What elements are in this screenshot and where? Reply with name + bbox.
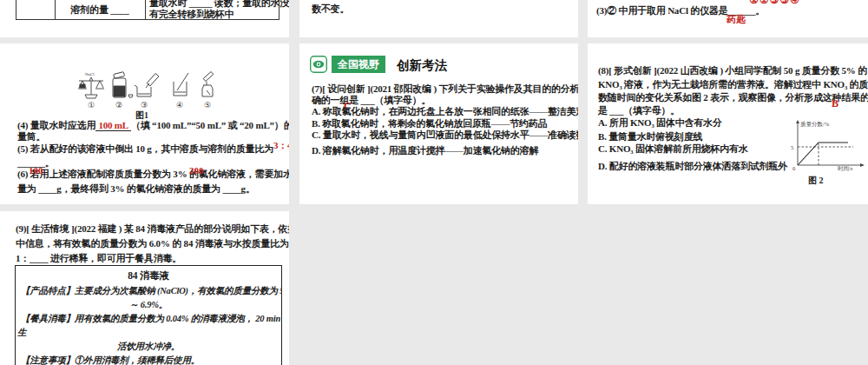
answer-100ml: 100 mL — [95, 120, 131, 131]
question-4-options: （填 “100 mL”“50 mL” 或 “20 mL”）的 — [131, 120, 289, 130]
question-8-line2: KNO₃ 溶液，作为无土栽培所需的营养液。溶解过程中 KNO₃ 的质量分 — [598, 79, 868, 90]
figure-1-equipment: NaCl — [76, 70, 224, 103]
question-9-line2-text: 中信息，将有效氯的质量分数为 6.0% 的 84 消毒液与水按质量比为 — [16, 238, 289, 249]
question-8-line1: (8)[ 形式创新 ](2022 山西改编 ) 小组同学配制 50 g 质量分数… — [598, 65, 867, 76]
card-question-7: 全国视野 创新考法 (7)[ 设问创新 ](2021 邵阳改编 ) 下列关于实验… — [299, 43, 578, 204]
table-border-v3 — [145, 0, 146, 19]
eye-icon — [310, 56, 327, 73]
national-vision-badge: 全国视野 — [332, 56, 385, 73]
figure-2-curve — [798, 143, 848, 165]
question-5-line1: (5) 若从配好的该溶液中倒出 10 g，其中溶质与溶剂的质量比为3：47 — [17, 143, 289, 155]
answer-100g: 100 — [29, 165, 43, 176]
card-question-3: (3)② 中用于取用 NaCl 的仪器是______。 药匙 ②①③⑤④ — [588, 0, 868, 37]
table-border-v1 — [16, 0, 16, 19]
answer-corner-sequence: ②①③⑤④ — [749, 0, 800, 7]
question-7-line1: (7)[ 设问创新 ](2021 邵阳改编 ) 下列关于实验操作及其目的的分析均… — [312, 83, 578, 95]
table-border-bottom — [16, 19, 279, 20]
table-row-notice-1: 【注意事项】①外用消毒剂，须稀释后使用。 — [21, 355, 200, 365]
figure-1-labels: ① ② ③ ④ ⑤ — [76, 101, 224, 111]
question-7-option-a: A. 称取氯化钠时，在两边托盘上各放一张相同的纸张——整洁美观 — [312, 106, 578, 117]
text-fragment: 数不变。 — [312, 3, 349, 15]
answer-3-47: 3：47 — [273, 140, 289, 150]
question-8-line3: 数随时间的变化关系如图 2 表示，观察图像，分析形成这种结果的原因 — [598, 92, 868, 103]
question-4-stem: (4) 量取水时应选用 — [17, 120, 95, 130]
figure-2-ytick-5: 5 — [791, 144, 793, 150]
table-title-84: 84 消毒液 — [16, 270, 281, 282]
question-5-stem: (5) 若从配好的该溶液中倒出 10 g，其中溶质与溶剂的质量比为 — [17, 143, 273, 154]
disinfectant-info-table: 84 消毒液 【产品特点】主要成分为次氯酸钠 (NaClO)，有效氯的质量分数为… — [15, 265, 282, 365]
figure-2-caption: 图 2 — [808, 175, 824, 187]
question-9-line1: (9)[ 生活情境 ](2022 福建 ) 某 84 消毒液产品的部分说明如下表… — [16, 223, 289, 235]
answer-200g: 200 — [189, 165, 204, 176]
question-8-line4: 是 ___（填字母）。 — [598, 105, 680, 116]
figure-1-label-3: ③ — [137, 101, 151, 110]
figure-2-origin: 0 — [792, 165, 795, 171]
card-table-fragment: 溶剂的量 ____ 量取水时 _____ 读数；量取的水没 有完全转移到烧杯中 — [0, 0, 289, 37]
question-8-option-d: D. 配好的溶液装瓶时部分液体洒落到试剂瓶外 — [598, 161, 787, 172]
table-row-range: ～ 6.9%。 — [16, 299, 281, 310]
figure-1-label-1: ① — [84, 101, 98, 110]
card-question-9: (9)[ 生活情境 ](2022 福建 ) 某 84 消毒液产品的部分说明如下表… — [0, 211, 289, 365]
question-7-line2: 确的一组是 ___（填字母）。 — [312, 95, 431, 106]
question-8-option-c: C. KNO₃ 固体溶解前所用烧杯内有水 — [598, 143, 748, 155]
figure-1-label-4: ④ — [173, 101, 187, 110]
stirring-beaker-icon — [174, 73, 188, 96]
answer-yao-chi: 药匙 — [727, 13, 746, 26]
nacl-label: NaCl — [85, 72, 95, 76]
question-4-line1: (4) 量取水时应选用100 mL（填 “100 mL”“50 mL” 或 “2… — [17, 120, 289, 131]
figure-1-label-2: ② — [112, 101, 126, 110]
answer-B: B — [832, 97, 838, 110]
table-cell-solvent: 溶剂的量 ____ — [55, 4, 145, 16]
question-7-option-d: D. 溶解氯化钠时，用温度计搅拌——加速氯化钠的溶解 — [312, 145, 538, 156]
transfer-bottle-icon — [202, 71, 214, 96]
question-7-option-b: B. 称取氯化钠时，将剩余的氯化钠放回原瓶——节约药品 — [312, 118, 547, 129]
figure-1-label-5: ⑤ — [201, 101, 214, 110]
balance-icon: NaCl — [78, 72, 104, 98]
question-3-stem: (3)② 中用于取用 NaCl 的仪器是 — [596, 5, 728, 16]
table-cell-reason-line1: 量取水时 _____ 读数；量取的水没 — [149, 0, 289, 9]
figure-2-chart: 质量分数/% 5 0 时间/s — [784, 118, 868, 172]
section-title-innovation: 创新考法 — [397, 57, 447, 74]
card-top-middle: 数不变。 — [299, 0, 578, 37]
question-9-line3: 1：____ 进行稀释，即可用于餐具消毒。 — [16, 253, 181, 264]
page-background: { "colors": { "background": "#e9e9e9", "… — [0, 0, 868, 365]
pouring-cylinder-icon — [135, 73, 159, 96]
question-6-line1: (6) 若用上述溶液配制溶质质量分数为 3% 的氯化钠溶液，需要加水的质 — [17, 169, 289, 180]
question-8-option-b: B. 量筒量水时俯视刻度线 — [598, 131, 702, 143]
question-9-line2: 中信息，将有效氯的质量分数为 6.0% 的 84 消毒液与水按质量比为149 — [16, 238, 289, 249]
figure-2-xlabel: 时间/s — [838, 165, 853, 172]
table-row-product-features: 【产品特点】主要成分为次氯酸钠 (NaClO)，有效氯的质量分数为 5.1% — [21, 285, 282, 296]
question-6-line2: 量为 ____g，最终得到 3% 的氯化钠溶液的质量为 ____g。 — [17, 183, 255, 195]
figure-2-ylabel: 质量分数/% — [800, 121, 830, 127]
card-questions-4-5-6: NaCl — [0, 43, 289, 204]
card-question-8: (8)[ 形式创新 ](2022 山西改编 ) 小组同学配制 50 g 质量分数… — [588, 43, 868, 204]
question-7-option-c: C. 量取水时，视线与量筒内凹液面的最低处保持水平——准确读数 — [312, 129, 578, 141]
table-row-rinse: 活饮用水冲净。 — [16, 341, 281, 352]
table-row-tableware: 【餐具消毒】用有效氯的质量分数为 0.04% 的消毒液浸泡， 20 min 后用 — [21, 313, 282, 324]
table-row-wrap-char: 生 — [17, 327, 26, 338]
table-cell-reason-line2: 有完全转移到烧杯中 — [149, 9, 233, 20]
reagent-bottle-icon — [113, 72, 133, 97]
question-8-option-a: A. 所用 KNO₃ 固体中含有水分 — [598, 117, 722, 129]
question-4-line2: 量筒。 — [17, 131, 45, 143]
